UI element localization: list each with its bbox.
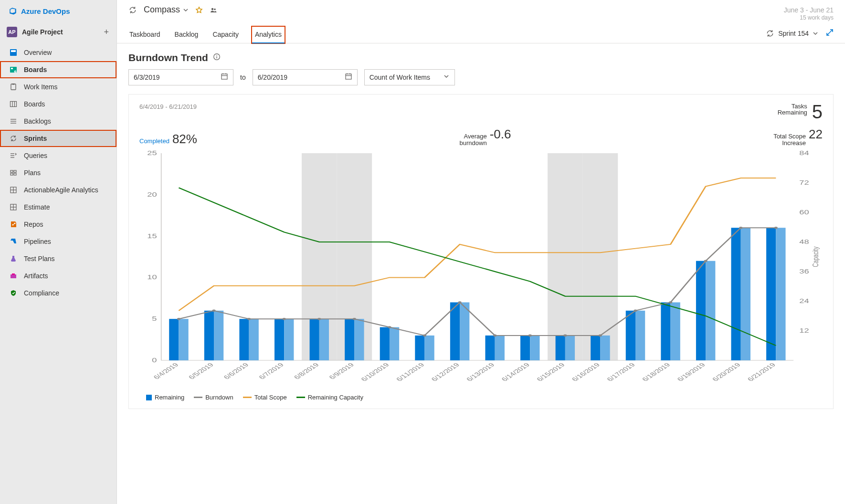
sidebar-item-boards-sub[interactable]: Boards bbox=[0, 95, 116, 113]
svg-text:15: 15 bbox=[147, 233, 157, 239]
burndown-chart: 051015202512243648607284Capacity6/4/2019… bbox=[139, 150, 823, 389]
avg-burndown-metric: Average burndown -0.6 bbox=[460, 127, 511, 147]
sidebar-label: Sprints bbox=[24, 135, 47, 142]
svg-text:6/4/2019: 6/4/2019 bbox=[152, 362, 180, 380]
sidebar-label: Boards bbox=[24, 100, 45, 108]
tab-bar: Taskboard Backlog Capacity Analytics bbox=[128, 27, 285, 43]
team-picker[interactable]: Compass bbox=[144, 5, 189, 15]
start-date-value: 6/3/2019 bbox=[134, 74, 160, 81]
overview-icon bbox=[9, 49, 18, 56]
tasks-label-2: Remaining bbox=[778, 109, 807, 116]
legend-capacity: Remaining Capacity bbox=[296, 394, 363, 401]
svg-rect-76 bbox=[390, 327, 399, 360]
sprint-cycle-icon bbox=[9, 135, 18, 142]
svg-text:6/12/2019: 6/12/2019 bbox=[430, 362, 461, 382]
sidebar-item-sprints[interactable]: Sprints bbox=[0, 130, 116, 147]
sidebar-item-test-plans[interactable]: Test Plans bbox=[0, 250, 116, 267]
sidebar-item-actionable-agile[interactable]: ActionableAgile Analytics bbox=[0, 181, 116, 199]
svg-point-109 bbox=[528, 335, 532, 337]
svg-point-106 bbox=[423, 335, 426, 337]
test-plans-icon bbox=[9, 255, 18, 262]
svg-point-30 bbox=[211, 8, 213, 10]
sidebar-item-backlogs[interactable]: Backlogs bbox=[0, 113, 116, 130]
fullscreen-icon[interactable] bbox=[826, 29, 834, 38]
tasks-remaining-metric: Tasks Remaining 5 bbox=[778, 103, 823, 120]
svg-text:6/13/2019: 6/13/2019 bbox=[465, 362, 496, 382]
svg-point-112 bbox=[634, 310, 637, 312]
svg-text:72: 72 bbox=[799, 180, 809, 186]
legend-scope: Total Scope bbox=[243, 394, 287, 401]
svg-text:25: 25 bbox=[147, 150, 157, 157]
calendar-icon bbox=[345, 73, 352, 82]
sidebar-item-pipelines[interactable]: Pipelines bbox=[0, 233, 116, 250]
svg-rect-97 bbox=[766, 228, 776, 361]
svg-point-104 bbox=[353, 318, 356, 320]
tasks-remaining-value: 5 bbox=[812, 103, 823, 120]
svg-text:10: 10 bbox=[147, 274, 157, 281]
completed-label: Completed bbox=[139, 138, 169, 145]
svg-rect-63 bbox=[169, 319, 179, 361]
metric-dropdown[interactable]: Count of Work Items bbox=[364, 69, 455, 85]
compliance-icon bbox=[9, 289, 18, 297]
tab-backlog[interactable]: Backlog bbox=[174, 27, 200, 43]
svg-rect-19 bbox=[14, 173, 16, 175]
avg-label-2: burndown bbox=[460, 139, 487, 147]
svg-rect-85 bbox=[556, 336, 565, 360]
controls-row: 6/3/2019 to 6/20/2019 Count of Work Item… bbox=[117, 69, 845, 94]
sidebar-item-artifacts[interactable]: Artifacts bbox=[0, 267, 116, 284]
start-date-input[interactable]: 6/3/2019 bbox=[128, 69, 233, 85]
svg-rect-6 bbox=[12, 84, 15, 85]
page-title: Burndown Trend bbox=[128, 52, 208, 63]
team-members-icon[interactable] bbox=[210, 6, 217, 14]
svg-rect-78 bbox=[425, 336, 434, 360]
sidebar-item-repos[interactable]: Repos bbox=[0, 216, 116, 233]
info-icon[interactable] bbox=[213, 53, 221, 62]
tab-capacity[interactable]: Capacity bbox=[211, 27, 239, 43]
work-days-text: 15 work days bbox=[784, 14, 834, 22]
sidebar-item-overview[interactable]: Overview bbox=[0, 44, 116, 61]
svg-text:5: 5 bbox=[152, 316, 157, 322]
svg-text:84: 84 bbox=[799, 150, 809, 157]
svg-rect-64 bbox=[179, 319, 188, 361]
sidebar-item-queries[interactable]: Queries bbox=[0, 147, 116, 164]
svg-rect-69 bbox=[275, 319, 284, 361]
svg-text:20: 20 bbox=[147, 191, 157, 198]
end-date-value: 6/20/2019 bbox=[258, 74, 287, 81]
svg-rect-88 bbox=[600, 336, 610, 360]
sidebar-item-plans[interactable]: Plans bbox=[0, 164, 116, 181]
tab-taskboard[interactable]: Taskboard bbox=[128, 27, 161, 43]
svg-rect-95 bbox=[731, 228, 741, 361]
svg-point-110 bbox=[563, 335, 567, 337]
scope-label-2: Increase bbox=[782, 139, 806, 147]
svg-rect-46 bbox=[583, 153, 618, 360]
tab-analytics[interactable]: Analytics bbox=[252, 27, 285, 43]
svg-rect-1 bbox=[11, 50, 16, 52]
favorite-star-icon[interactable] bbox=[195, 6, 203, 14]
svg-text:6/10/2019: 6/10/2019 bbox=[359, 362, 391, 382]
svg-point-100 bbox=[212, 310, 216, 312]
chevron-down-icon bbox=[443, 73, 450, 81]
svg-rect-35 bbox=[222, 74, 227, 79]
sidebar-item-estimate[interactable]: Estimate bbox=[0, 199, 116, 216]
svg-point-114 bbox=[704, 260, 708, 262]
svg-rect-77 bbox=[415, 336, 424, 360]
svg-point-103 bbox=[317, 318, 321, 320]
svg-rect-82 bbox=[495, 336, 505, 360]
legend-burndown: Burndown bbox=[194, 394, 233, 401]
sidebar-label: Artifacts bbox=[24, 272, 48, 280]
end-date-input[interactable]: 6/20/2019 bbox=[253, 69, 358, 85]
sidebar-label: Boards bbox=[24, 66, 47, 74]
sidebar-item-compliance[interactable]: Compliance bbox=[0, 284, 116, 302]
svg-rect-67 bbox=[239, 319, 249, 361]
svg-rect-98 bbox=[776, 228, 785, 361]
product-header[interactable]: Azure DevOps bbox=[0, 0, 116, 20]
svg-point-115 bbox=[739, 227, 742, 229]
project-row[interactable]: AP Agile Project + bbox=[0, 20, 116, 44]
add-project-icon[interactable]: + bbox=[104, 27, 109, 37]
sidebar-item-boards[interactable]: Boards bbox=[0, 61, 116, 78]
svg-rect-90 bbox=[635, 311, 645, 360]
sprint-picker[interactable]: Sprint 154 bbox=[766, 29, 818, 38]
sidebar-item-work-items[interactable]: Work Items bbox=[0, 78, 116, 95]
svg-text:12: 12 bbox=[799, 328, 809, 334]
sidebar-label: Work Items bbox=[24, 83, 58, 91]
